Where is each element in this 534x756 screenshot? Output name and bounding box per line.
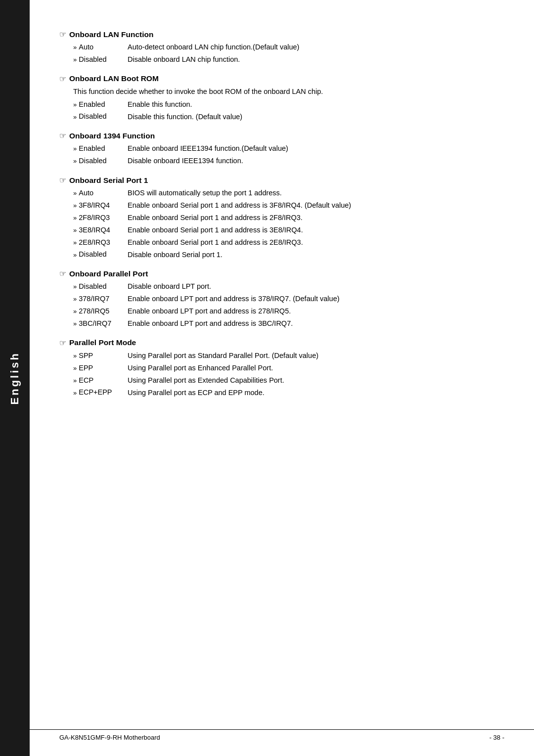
arrow-icon: » xyxy=(73,250,77,260)
option-value: Enable onboard IEEE1394 function.(Defaul… xyxy=(128,143,504,154)
option-key: » 3BC/IRQ7 xyxy=(73,318,128,329)
section-icon-onboard-lan-function: ☞ xyxy=(59,30,66,39)
section-title-onboard-parallel-port: Onboard Parallel Port xyxy=(69,269,148,278)
option-key: » Disabled xyxy=(73,281,128,292)
options-onboard-parallel-port: » DisabledDisable onboard LPT port.» 378… xyxy=(73,281,504,329)
options-onboard-serial-port: » AutoBIOS will automatically setup the … xyxy=(73,188,504,260)
section-desc-onboard-lan-boot-rom: This function decide whether to invoke t… xyxy=(73,87,504,97)
option-key: » Auto xyxy=(73,188,128,199)
options-onboard-1394-function: » EnabledEnable onboard IEEE1394 functio… xyxy=(73,143,504,167)
option-row: » AutoAuto-detect onboard LAN chip funct… xyxy=(73,42,504,53)
option-row: » 3F8/IRQ4Enable onboard Serial port 1 a… xyxy=(73,200,504,211)
option-key: » Enabled xyxy=(73,143,128,154)
option-key: » 378/IRQ7 xyxy=(73,294,128,305)
option-value: Using Parallel port as Standard Parallel… xyxy=(128,351,504,361)
option-key: » 2E8/IRQ3 xyxy=(73,237,128,248)
options-onboard-lan-function: » AutoAuto-detect onboard LAN chip funct… xyxy=(73,42,504,65)
arrow-icon: » xyxy=(73,188,77,198)
option-row: » EnabledEnable this function. xyxy=(73,99,504,110)
option-value: Enable this function. xyxy=(128,99,504,110)
arrow-icon: » xyxy=(73,238,77,248)
option-value: Disable this function. (Default value) xyxy=(128,112,504,123)
option-value: Using Parallel port as ECP and EPP mode. xyxy=(128,388,504,399)
footer: GA-K8N51GMF-9-RH Motherboard - 38 - xyxy=(30,729,534,741)
option-row: » SPPUsing Parallel port as Standard Par… xyxy=(73,351,504,361)
option-key: » 278/IRQ5 xyxy=(73,306,128,317)
section-title-onboard-1394-function: Onboard 1394 Function xyxy=(69,132,155,140)
arrow-icon: » xyxy=(73,282,77,292)
option-key: » Disabled xyxy=(73,54,128,65)
sidebar-label: English xyxy=(8,352,21,404)
arrow-icon: » xyxy=(73,201,77,211)
main-content: ☞Onboard LAN Function» AutoAuto-detect o… xyxy=(30,0,534,756)
option-value: BIOS will automatically setup the port 1… xyxy=(128,188,504,199)
option-key: » ECP+EPP xyxy=(73,387,128,398)
section-title-parallel-port-mode: Parallel Port Mode xyxy=(69,338,136,347)
option-value: Using Parallel port as Extended Capabili… xyxy=(128,375,504,386)
option-row: » 3BC/IRQ7Enable onboard LPT port and ad… xyxy=(73,318,504,329)
option-key: » ECP xyxy=(73,375,128,386)
section-header-onboard-lan-boot-rom: ☞Onboard LAN Boot ROM xyxy=(59,74,504,84)
section-header-parallel-port-mode: ☞Parallel Port Mode xyxy=(59,338,504,348)
option-value: Enable onboard LPT port and address is 3… xyxy=(128,294,504,305)
option-value: Enable onboard Serial port 1 and address… xyxy=(128,225,504,236)
section-title-onboard-lan-function: Onboard LAN Function xyxy=(69,30,153,39)
option-row: » ECP+EPPUsing Parallel port as ECP and … xyxy=(73,387,504,398)
option-value: Enable onboard Serial port 1 and address… xyxy=(128,213,504,223)
option-key: » Enabled xyxy=(73,99,128,110)
option-row: » EnabledEnable onboard IEEE1394 functio… xyxy=(73,143,504,154)
option-value: Using Parallel port as Enhanced Parallel… xyxy=(128,363,504,374)
arrow-icon: » xyxy=(73,351,77,361)
arrow-icon: » xyxy=(73,100,77,110)
option-row: » DisabledDisable onboard LPT port. xyxy=(73,281,504,292)
option-row: » EPPUsing Parallel port as Enhanced Par… xyxy=(73,363,504,374)
option-key: » 2F8/IRQ3 xyxy=(73,213,128,223)
footer-right: - 38 - xyxy=(490,734,504,741)
option-row: » AutoBIOS will automatically setup the … xyxy=(73,188,504,199)
arrow-icon: » xyxy=(73,376,77,386)
section-header-onboard-parallel-port: ☞Onboard Parallel Port xyxy=(59,269,504,278)
arrow-icon: » xyxy=(73,225,77,235)
option-row: » 2E8/IRQ3Enable onboard Serial port 1 a… xyxy=(73,237,504,248)
section-icon-onboard-parallel-port: ☞ xyxy=(59,269,66,278)
arrow-icon: » xyxy=(73,388,77,398)
option-key: » EPP xyxy=(73,363,128,374)
option-value: Auto-detect onboard LAN chip function.(D… xyxy=(128,42,504,53)
section-icon-parallel-port-mode: ☞ xyxy=(59,338,66,348)
options-onboard-lan-boot-rom: » EnabledEnable this function.» Disabled… xyxy=(73,99,504,123)
section-icon-onboard-lan-boot-rom: ☞ xyxy=(59,74,66,84)
arrow-icon: » xyxy=(73,307,77,316)
section-title-onboard-serial-port: Onboard Serial Port 1 xyxy=(69,176,148,185)
arrow-icon: » xyxy=(73,319,77,329)
sidebar: English xyxy=(0,0,30,756)
arrow-icon: » xyxy=(73,144,77,154)
option-value: Enable onboard Serial port 1 and address… xyxy=(128,237,504,248)
section-header-onboard-1394-function: ☞Onboard 1394 Function xyxy=(59,131,504,140)
section-onboard-serial-port: ☞Onboard Serial Port 1» AutoBIOS will au… xyxy=(59,176,504,260)
section-onboard-parallel-port: ☞Onboard Parallel Port» DisabledDisable … xyxy=(59,269,504,329)
options-parallel-port-mode: » SPPUsing Parallel port as Standard Par… xyxy=(73,351,504,399)
section-icon-onboard-1394-function: ☞ xyxy=(59,131,66,140)
option-key: » Disabled xyxy=(73,249,128,260)
arrow-icon: » xyxy=(73,112,77,122)
option-value: Disable onboard LAN chip function. xyxy=(128,54,504,65)
option-row: » DisabledDisable this function. (Defaul… xyxy=(73,111,504,122)
option-row: » 278/IRQ5Enable onboard LPT port and ad… xyxy=(73,306,504,317)
option-key: » 3E8/IRQ4 xyxy=(73,225,128,236)
option-row: » 378/IRQ7Enable onboard LPT port and ad… xyxy=(73,294,504,305)
section-onboard-1394-function: ☞Onboard 1394 Function» EnabledEnable on… xyxy=(59,131,504,167)
option-value: Disable onboard LPT port. xyxy=(128,281,504,292)
arrow-icon: » xyxy=(73,156,77,166)
option-key: » Auto xyxy=(73,42,128,53)
footer-left: GA-K8N51GMF-9-RH Motherboard xyxy=(59,734,160,741)
option-value: Enable onboard LPT port and address is 3… xyxy=(128,318,504,329)
option-value: Enable onboard LPT port and address is 2… xyxy=(128,306,504,317)
option-row: » DisabledDisable onboard Serial port 1. xyxy=(73,249,504,260)
section-onboard-lan-boot-rom: ☞Onboard LAN Boot ROMThis function decid… xyxy=(59,74,504,123)
option-row: » 3E8/IRQ4Enable onboard Serial port 1 a… xyxy=(73,225,504,236)
arrow-icon: » xyxy=(73,43,77,52)
option-key: » Disabled xyxy=(73,111,128,122)
option-row: » 2F8/IRQ3Enable onboard Serial port 1 a… xyxy=(73,213,504,223)
arrow-icon: » xyxy=(73,363,77,373)
option-value: Disable onboard Serial port 1. xyxy=(128,250,504,261)
